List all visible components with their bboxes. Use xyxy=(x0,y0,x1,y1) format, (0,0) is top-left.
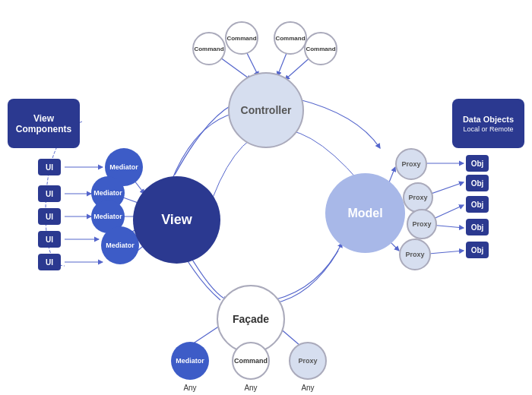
proxy-label-1: Proxy xyxy=(401,160,420,168)
bottom-any-3: Any xyxy=(289,384,327,392)
bottom-any-1: Any xyxy=(171,384,209,392)
ui-label-3: UI xyxy=(46,213,53,221)
controller-label: Controller xyxy=(241,104,292,116)
bottom-mediator-circle: Mediator xyxy=(171,342,209,380)
obj-box-3: Obj xyxy=(466,196,489,213)
controller-circle: Controller xyxy=(228,72,304,148)
mediator-label-3: Mediator xyxy=(93,213,122,220)
bottom-command-circle: Command xyxy=(232,342,270,380)
proxy-circle-4: Proxy xyxy=(399,239,431,270)
mediator-label-2: Mediator xyxy=(93,189,122,197)
data-objects-label: Data ObjectsLocal or Remote xyxy=(463,115,514,133)
bottom-command-label: Command xyxy=(234,357,268,365)
command-label-2: Command xyxy=(226,35,256,42)
bottom-proxy-label: Proxy xyxy=(298,357,317,365)
ui-box-5: UI xyxy=(38,254,61,270)
mediator-circle-4: Mediator xyxy=(101,226,139,264)
ui-label-1: UI xyxy=(46,163,53,172)
view-components-box: View Components xyxy=(8,99,80,148)
ui-label-5: UI xyxy=(46,258,53,267)
proxy-label-2: Proxy xyxy=(408,194,427,201)
proxy-circle-2: Proxy xyxy=(403,182,433,213)
ui-label-2: UI xyxy=(46,190,53,198)
data-objects-box: Data ObjectsLocal or Remote xyxy=(452,99,524,148)
obj-box-5: Obj xyxy=(466,242,489,258)
proxy-circle-3: Proxy xyxy=(407,209,437,239)
command-circle-2: Command xyxy=(225,21,258,55)
ui-label-4: UI xyxy=(46,235,53,244)
command-label-3: Command xyxy=(275,35,305,42)
mediator-label-1: Mediator xyxy=(109,163,138,171)
view-label: View xyxy=(161,212,192,228)
mediator-label-4: Mediator xyxy=(106,242,135,249)
facade-label: Façade xyxy=(233,313,269,325)
bottom-any-2: Any xyxy=(232,384,270,392)
model-label: Model xyxy=(347,207,382,220)
ui-box-1: UI xyxy=(38,159,61,175)
command-circle-4: Command xyxy=(304,32,337,65)
obj-label-4: Obj xyxy=(471,223,484,232)
command-circle-1: Command xyxy=(192,32,226,65)
proxy-circle-1: Proxy xyxy=(395,148,427,180)
obj-label-3: Obj xyxy=(471,201,484,209)
proxy-label-3: Proxy xyxy=(412,220,431,228)
obj-box-2: Obj xyxy=(466,175,489,191)
obj-box-1: Obj xyxy=(466,155,489,172)
ui-box-2: UI xyxy=(38,185,61,202)
architecture-diagram: View Components Data ObjectsLocal or Rem… xyxy=(0,0,532,395)
obj-label-2: Obj xyxy=(471,179,484,188)
ui-box-4: UI xyxy=(38,231,61,248)
bottom-mediator-label: Mediator xyxy=(176,357,204,365)
ui-box-3: UI xyxy=(38,208,61,225)
proxy-label-4: Proxy xyxy=(405,251,424,258)
bottom-proxy-circle: Proxy xyxy=(289,342,327,380)
command-label-1: Command xyxy=(194,46,223,52)
obj-label-5: Obj xyxy=(471,246,484,254)
command-label-4: Command xyxy=(306,46,335,52)
obj-label-1: Obj xyxy=(471,160,484,168)
view-components-label: View Components xyxy=(8,113,80,134)
view-circle: View xyxy=(133,176,220,264)
model-circle: Model xyxy=(325,173,405,253)
obj-box-4: Obj xyxy=(466,219,489,235)
command-circle-3: Command xyxy=(274,21,307,55)
